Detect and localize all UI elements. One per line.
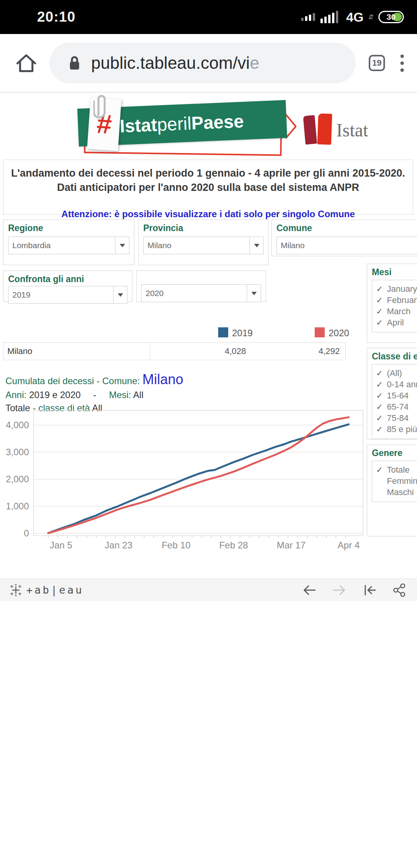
classe-item-all[interactable]: ✓(All) xyxy=(376,368,417,379)
svg-text:Jan 23: Jan 23 xyxy=(105,540,132,550)
check-icon: ✓ xyxy=(376,307,387,316)
chevron-down-icon xyxy=(118,293,123,297)
mesi-item-march[interactable]: ✓March xyxy=(376,306,417,317)
tableau-dashboard: IstatperilPaese # Istat L'andamento dei … xyxy=(0,96,417,579)
svg-text:2,000: 2,000 xyxy=(6,474,29,484)
chart-title-comune-value: Milano xyxy=(142,371,183,387)
url-text: public.tableau.com/vie xyxy=(91,53,259,73)
istat-logo-text: Istat xyxy=(336,119,368,141)
chevron-down-icon xyxy=(254,244,259,247)
check-icon: ✓ xyxy=(376,369,387,378)
check-icon: ✓ xyxy=(376,402,387,412)
chevron-down-icon xyxy=(251,292,257,295)
regione-value: Lombardia xyxy=(8,237,129,254)
svg-text:4,000: 4,000 xyxy=(6,420,29,430)
provincia-dropdown[interactable]: Milano xyxy=(143,237,264,254)
filter-panel-regione: Regione Lombardia xyxy=(3,220,134,265)
browser-menu-icon[interactable] xyxy=(399,53,405,73)
svg-text:Feb 10: Feb 10 xyxy=(162,540,191,550)
legend-swatch-2020[interactable] xyxy=(315,327,325,337)
regione-label: Regione xyxy=(8,223,129,233)
anno2-value: 2020 xyxy=(142,285,261,302)
provincia-label: Provincia xyxy=(143,223,264,233)
anno2-dropdown[interactable]: 2020 xyxy=(141,284,261,302)
filter-panel-provincia: Provincia Milano xyxy=(138,220,269,265)
classe-item-75-84[interactable]: ✓75-84 xyxy=(376,412,417,424)
tableau-logo-icon xyxy=(9,584,22,597)
summary-value-2020[interactable]: 4,292 xyxy=(251,343,345,360)
reset-icon[interactable] xyxy=(362,584,377,597)
classe-item-0-14[interactable]: ✓0-14 anni xyxy=(376,379,417,390)
signal-strength-icon-sim1 xyxy=(301,13,315,21)
dashboard-description-box: L'andamento dei decessi nel periodo 1 ge… xyxy=(3,160,413,214)
summary-row-name[interactable]: Milano xyxy=(3,343,150,360)
url-bar[interactable]: public.tableau.com/vie xyxy=(49,43,356,83)
summary-value-2019[interactable]: 4,028 xyxy=(150,343,251,360)
genere-listbox: ✓Totale Femmine Maschi xyxy=(372,461,417,502)
paperclip-icon xyxy=(93,93,109,121)
regione-dropdown[interactable]: Lombardia xyxy=(8,237,129,254)
filter-panel-anno-1: Confronta gli anni 2019 xyxy=(3,271,132,302)
provincia-value: Milano xyxy=(144,237,263,254)
legend-swatch-2019[interactable] xyxy=(218,327,228,337)
share-icon[interactable] xyxy=(392,583,406,597)
check-icon: ✓ xyxy=(376,296,387,305)
istat-logo-book-red xyxy=(317,113,332,145)
status-time: 20:10 xyxy=(37,9,76,25)
banner-title: IstatperilPaese xyxy=(119,110,244,136)
filter-panel-mesi: Mesi ✓January ✓February ✓March ✓April xyxy=(367,264,417,343)
check-icon: ✓ xyxy=(376,380,387,389)
mesi-item-april[interactable]: ✓April xyxy=(376,317,417,328)
classe-item-85-piu[interactable]: ✓85 e più xyxy=(376,424,417,435)
genere-item-totale[interactable]: ✓Totale xyxy=(376,464,417,475)
battery-icon: 30 xyxy=(378,11,404,23)
mesi-listbox: ✓January ✓February ✓March ✓April xyxy=(372,280,417,332)
description-warning: Attenzione: è possibile visualizzare i d… xyxy=(3,209,413,220)
svg-text:1,000: 1,000 xyxy=(6,501,29,511)
istat-campaign-banner: IstatperilPaese # Istat xyxy=(77,98,348,159)
summary-table: Milano 4,028 4,292 xyxy=(3,342,346,360)
filter-panel-genere: Genere ✓Totale Femmine Maschi xyxy=(367,444,417,536)
classe-eta-label: Classe di età xyxy=(372,351,417,362)
mesi-item-february[interactable]: ✓February xyxy=(376,294,417,306)
mesi-item-january[interactable]: ✓January xyxy=(376,283,417,294)
classe-item-65-74[interactable]: ✓65-74 xyxy=(376,401,417,412)
classe-item-15-64[interactable]: ✓15-64 xyxy=(376,390,417,401)
signal-strength-icon-sim2 xyxy=(320,11,338,23)
cumulative-deaths-line-chart: 01,0002,0003,0004,000Jan 5Jan 23Feb 10Fe… xyxy=(0,410,365,552)
istat-logo-book-dark xyxy=(303,115,317,145)
svg-text:Apr 4: Apr 4 xyxy=(337,540,359,550)
svg-text:0: 0 xyxy=(24,528,29,538)
regione-dropdown-arrow[interactable] xyxy=(115,237,129,254)
chevron-down-icon xyxy=(120,244,125,247)
check-icon: ✓ xyxy=(376,284,387,294)
svg-text:Feb 28: Feb 28 xyxy=(219,540,248,550)
anno1-dropdown-arrow[interactable] xyxy=(113,286,127,303)
tableau-logo[interactable]: +ab|eau xyxy=(9,584,84,597)
filter-panel-comune: Comune Milano xyxy=(271,220,417,256)
provincia-dropdown-arrow[interactable] xyxy=(249,237,263,254)
check-icon: ✓ xyxy=(376,318,387,327)
genere-item-maschi[interactable]: Maschi xyxy=(376,487,417,498)
tab-counter-button[interactable]: 19 xyxy=(369,55,385,71)
toolbar-divider xyxy=(0,93,417,96)
status-bar: 20:10 4G ⇵ 30 xyxy=(0,0,417,34)
undo-icon[interactable] xyxy=(302,584,317,597)
lock-icon xyxy=(68,54,81,71)
battery-percent: 30 xyxy=(386,12,395,22)
legend-label-2019[interactable]: 2019 xyxy=(232,328,253,339)
anno1-dropdown[interactable]: 2019 xyxy=(8,286,127,304)
comune-label: Comune xyxy=(276,223,417,233)
tableau-footer-bar: +ab|eau xyxy=(0,579,417,601)
check-icon: ✓ xyxy=(376,425,387,434)
redo-icon[interactable] xyxy=(332,584,347,597)
comune-dropdown[interactable]: Milano xyxy=(276,237,417,254)
anno1-value: 2019 xyxy=(8,286,127,303)
check-icon: ✓ xyxy=(376,414,387,423)
legend-label-2020[interactable]: 2020 xyxy=(329,328,349,339)
home-icon[interactable] xyxy=(14,51,39,75)
anno2-dropdown-arrow[interactable] xyxy=(247,285,261,302)
description-line-2: Dati anticipatori per l'anno 2020 sulla … xyxy=(3,180,413,195)
genere-item-femmine[interactable]: Femmine xyxy=(376,475,417,487)
svg-text:Mar 17: Mar 17 xyxy=(277,540,306,550)
